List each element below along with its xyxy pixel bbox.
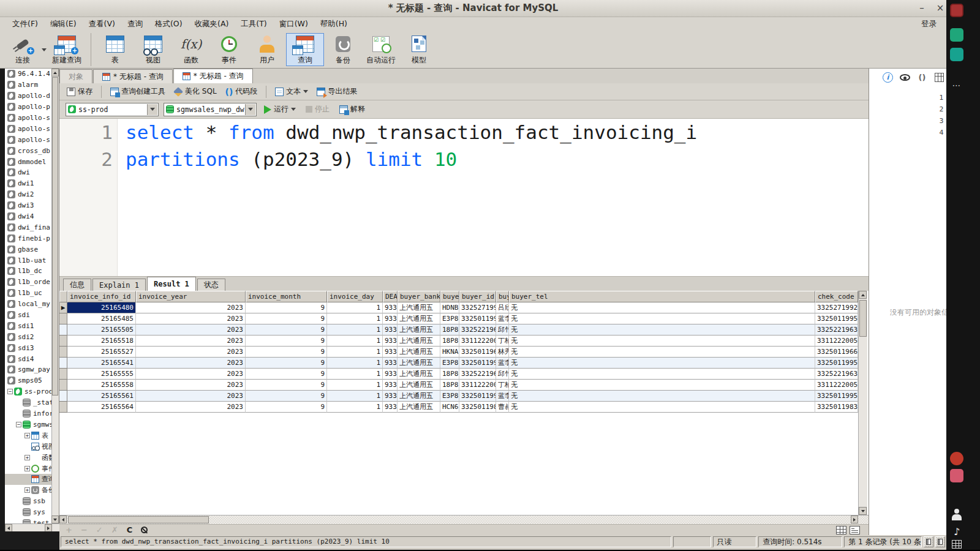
toolbar-model-button[interactable]: 模型 [400,33,438,66]
table-row[interactable]: 2516551820239193300上汽通用五18P813311222005丁… [59,335,858,347]
table-row[interactable]: 2516555520239193300上汽通用五18P803325221963邱… [59,369,858,380]
cell[interactable]: 曹叔 [496,402,509,413]
row-selector[interactable] [59,347,67,358]
cell[interactable]: 25165485 [67,313,136,324]
sidebar-horizontal-scrollbar[interactable] [5,523,59,531]
result-tab-信息[interactable]: 信息 [63,279,91,291]
cell[interactable]: 3311222005 [459,380,496,391]
preview-eye-icon[interactable] [900,72,910,83]
cell[interactable]: 3325221963 [459,369,496,380]
cell[interactable]: 2023 [136,402,246,413]
panel-layout-icon-2[interactable] [935,536,945,547]
cell[interactable]: 2023 [136,358,246,369]
cell[interactable]: E3P80 [440,391,459,402]
refresh-button[interactable]: C [127,525,133,534]
result-tab-Result 1[interactable]: Result 1 [147,277,196,291]
cell[interactable]: 2023 [136,347,246,358]
expand-icon[interactable]: + [24,433,30,438]
apply-record-button[interactable]: ✓ [96,525,103,534]
sidebar-item-sys[interactable]: sys [5,507,59,518]
cell[interactable]: 93300 [383,347,398,358]
cell[interactable]: 3325011995041 [815,313,858,324]
cell[interactable]: 3325271992080 [815,302,858,313]
cell[interactable]: 3325011995 [459,391,496,402]
column-header-buyer_tel[interactable]: buyer_tel [509,291,815,302]
grid-vertical-scrollbar[interactable] [858,291,867,515]
cell[interactable]: 1 [327,335,383,347]
row-selector[interactable] [59,335,67,347]
form-view-toggle[interactable] [850,526,860,534]
sidebar-item-local_my[interactable]: local_my [5,299,59,310]
cell[interactable]: 9 [246,324,327,335]
cell[interactable]: 25165480 [67,302,136,313]
close-button[interactable]: × [933,2,947,15]
cell[interactable]: 3325011995 [459,358,496,369]
cell[interactable]: 无 [509,302,815,313]
column-header-invoice_month[interactable]: invoice_month [246,291,327,302]
grid-horizontal-scrollbar[interactable] [59,515,869,524]
taskbar-record-icon[interactable] [950,452,963,465]
cell[interactable]: HCN61 [440,402,459,413]
grid-scroll-thumb[interactable] [859,300,867,337]
table-row[interactable]: ▶2516548020239193300上汽通用五HDNB23325271992… [59,302,858,313]
cell[interactable]: 25165558 [67,380,136,391]
text-mode-button[interactable]: 文本 [273,85,311,98]
cell[interactable]: 蓝李 [496,358,509,369]
music-note-icon[interactable]: ♪ [950,525,963,539]
sidebar-item-视图[interactable]: 视图 [5,441,59,452]
cell[interactable]: 无 [509,347,815,358]
scroll-down-button[interactable] [859,507,867,515]
cell[interactable]: 18P81 [440,335,459,347]
cancel-icon[interactable] [141,527,148,533]
cell[interactable]: 3325011966 [459,347,496,358]
row-selector[interactable] [59,402,67,413]
taskbar-green-app-icon[interactable] [950,28,963,42]
collapse-icon[interactable]: − [16,422,21,427]
cell[interactable]: 1 [327,347,383,358]
cell[interactable]: 3325221963122 [815,369,858,380]
cell[interactable]: 18P81 [440,380,459,391]
row-selector[interactable]: ▶ [59,302,67,313]
cell[interactable]: 无 [509,391,815,402]
cell[interactable]: 上汽通用五 [398,402,440,413]
cell[interactable]: E3P80 [440,313,459,324]
sidebar-item-l1b_orde[interactable]: l1b_orde [5,277,59,288]
taskbar-red-app-icon[interactable] [950,4,963,17]
cell[interactable]: 1 [327,324,383,335]
cell[interactable]: 2023 [136,391,246,402]
cell[interactable]: 上汽通用五 [398,369,440,380]
column-header-buyer[interactable]: buyer [440,291,459,302]
sidebar-item-smps05[interactable]: smps05 [5,375,59,386]
column-header-DEALI[interactable]: DEALI [383,291,398,302]
cell[interactable]: 9 [246,347,327,358]
scroll-left-button[interactable] [59,515,67,523]
cell[interactable]: 1 [327,391,383,402]
cell[interactable]: 上汽通用五 [398,347,440,358]
sidebar-scroll-thumb[interactable] [52,77,58,395]
result-tab-Explain 1[interactable]: Explain 1 [92,279,146,291]
connection-dropdown-button[interactable] [147,104,157,115]
cell[interactable]: 93300 [383,335,398,347]
cell[interactable]: 上汽通用五 [398,391,440,402]
cell[interactable]: 1 [327,302,383,313]
cell[interactable]: 3325221963122 [815,324,858,335]
cell[interactable]: 邱竹 [496,324,509,335]
sidebar-item-ss-prod[interactable]: −ss-prod [5,386,59,397]
sidebar-item-finebi-p[interactable]: finebi-p [5,233,59,244]
table-row[interactable]: 2516550520239193300上汽通用五18P803325221963邱… [59,324,858,335]
info-icon[interactable]: i [883,72,893,83]
column-header-buyer_id[interactable]: buyer_id [459,291,496,302]
sidebar-item-96.4.1.4[interactable]: 96.4.1.4 [5,69,59,80]
taskbar-pink-app-icon[interactable] [950,469,963,482]
cell[interactable]: 93300 [383,313,398,324]
save-button[interactable]: 保存 [64,85,95,98]
scroll-up-button[interactable] [859,291,867,299]
cell[interactable]: 1 [327,358,383,369]
cell[interactable]: 3311222005070 [815,380,858,391]
tab-objects[interactable]: 对象 [59,69,92,83]
cell[interactable]: 1 [327,380,383,391]
sidebar-item-dwi4[interactable]: dwi4 [5,211,59,222]
cell[interactable]: 18P80 [440,369,459,380]
sidebar-item-inform[interactable]: inform [5,408,59,419]
column-header-buyer_bank[interactable]: buyer_bank [398,291,440,302]
